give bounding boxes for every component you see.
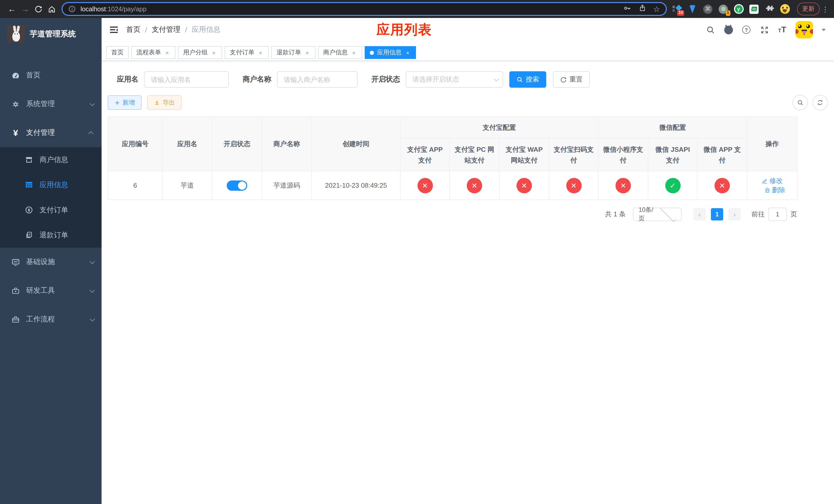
browser-menu-icon[interactable] [822, 5, 829, 13]
bookmark-star-icon[interactable]: ☆ [653, 5, 660, 13]
export-button[interactable]: 导出 [147, 95, 181, 110]
add-button[interactable]: 新增 [108, 95, 141, 110]
merchant-name-input[interactable] [277, 71, 357, 88]
col-alipay-pc: 支付宝 PC 网站支付 [449, 138, 499, 171]
delete-link[interactable]: 删除 [764, 185, 785, 194]
sidebar-item-refund-orders[interactable]: 退款订单 [0, 223, 102, 248]
help-icon[interactable] [742, 25, 751, 35]
gem-extension-icon[interactable] [687, 4, 698, 14]
tag-pay-orders[interactable]: 支付订单 [225, 46, 269, 59]
close-icon[interactable] [405, 49, 411, 55]
command-extension-icon[interactable] [703, 4, 713, 14]
status-select[interactable]: 请选择开启状态 [406, 71, 503, 88]
page-content: 应用名 商户名称 开启状态 请选择开启状态 搜索 重置 [102, 61, 834, 504]
shop-icon [25, 155, 33, 164]
tag-merchant-info[interactable]: 商户信息 [318, 46, 362, 59]
group-alipay-config: 支付宝配置 [400, 117, 598, 138]
chevron-down-icon [90, 316, 95, 321]
table-toolbar: 新增 导出 [108, 95, 828, 110]
tab-manager-extension-icon[interactable]: 10 [672, 4, 682, 14]
browser-back-icon[interactable]: ← [5, 2, 19, 16]
table-grid-icon [25, 181, 33, 189]
tag-app-info[interactable]: 应用信息 [365, 46, 416, 59]
fullscreen-icon[interactable] [760, 25, 769, 35]
close-icon[interactable] [164, 49, 170, 55]
next-page-button[interactable] [728, 208, 741, 221]
chevron-down-icon [90, 101, 95, 106]
sidebar-item-payment[interactable]: ¥ 支付管理 [0, 118, 102, 147]
password-key-icon[interactable] [623, 4, 631, 14]
share-icon[interactable] [638, 4, 646, 14]
alipay-qr-status-icon: ✕ [566, 178, 581, 193]
sidebar-item-app-info[interactable]: 应用信息 [0, 172, 102, 198]
chrome-update-button[interactable]: 更新 [797, 3, 820, 15]
refresh-button[interactable] [812, 95, 828, 110]
col-app-id: 应用编号 [108, 117, 162, 171]
tag-user-group[interactable]: 用户分组 [178, 46, 222, 59]
browser-toolbar: ← → localhost:1024/pay/app ☆ [0, 0, 834, 18]
extension-badge: 10 [677, 10, 684, 16]
cell-created: 2021-10-23 08:49:25 [312, 171, 400, 200]
edit-link[interactable]: 修改 [762, 176, 783, 185]
alipay-pc-status-icon: ✕ [467, 178, 482, 193]
tag-refund-orders[interactable]: 退款订单 [271, 46, 315, 59]
show-search-button[interactable] [792, 95, 808, 110]
breadcrumb-payment[interactable]: 支付管理 [152, 25, 180, 35]
tag-home[interactable]: 首页 [106, 46, 129, 59]
search-button[interactable]: 搜索 [509, 71, 546, 88]
session-extension-icon[interactable]: 1 [718, 4, 728, 14]
sidebar-item-infrastructure[interactable]: 基础设施 [0, 248, 102, 276]
extensions-puzzle-icon[interactable] [764, 4, 774, 14]
close-icon[interactable] [258, 49, 264, 55]
profile-emoji-icon[interactable] [780, 4, 790, 14]
apps-table: 应用编号 应用名 开启状态 商户名称 创建时间 支付宝配置 微信配置 操作 支付… [108, 116, 797, 200]
sidebar-item-pay-orders[interactable]: 支付订单 [0, 198, 102, 223]
chat-extension-icon[interactable] [749, 4, 759, 14]
wechat-app-status-icon: ✕ [715, 178, 730, 193]
search-icon[interactable] [706, 25, 715, 35]
col-ops: 操作 [747, 117, 797, 171]
table-row: 6 芋道 芋道源码 2021-10-23 08:49:25 ✕ ✕ ✕ ✕ ✕ [108, 171, 797, 200]
site-info-icon[interactable] [68, 5, 76, 13]
browser-forward-icon[interactable]: → [19, 2, 32, 16]
sidebar-collapse-icon[interactable] [109, 25, 119, 35]
alipay-wap-status-icon: ✕ [517, 178, 532, 193]
sidebar-item-home[interactable]: 首页 [0, 61, 102, 90]
extensions-row: 10 1 [672, 4, 790, 14]
address-bar[interactable]: localhost:1024/pay/app ☆ [62, 2, 667, 16]
page-size-select[interactable]: 10条/页 [633, 208, 682, 221]
sidebar-item-merchant-info[interactable]: 商户信息 [0, 147, 102, 172]
close-icon[interactable] [211, 49, 217, 55]
close-icon[interactable] [351, 49, 357, 55]
app-title: 芋道管理系统 [30, 29, 76, 39]
user-menu-caret-icon[interactable] [822, 28, 826, 31]
merchant-name-label: 商户名称 [243, 75, 271, 84]
active-dot [370, 50, 374, 54]
status-toggle[interactable] [227, 180, 247, 190]
browser-home-icon[interactable] [45, 2, 59, 16]
reset-button[interactable]: 重置 [553, 71, 590, 88]
app-navbar: 首页 支付管理 应用信息 应用列表 [102, 18, 834, 42]
url-text: localhost:1024/pay/app [81, 5, 147, 13]
tag-process-form[interactable]: 流程表单 [131, 46, 175, 59]
chevron-down-icon [90, 259, 95, 264]
breadcrumb-home[interactable]: 首页 [126, 25, 140, 35]
github-icon[interactable] [724, 25, 733, 35]
sidebar-menu: 首页 系统管理 ¥ 支付管理 [0, 61, 102, 334]
user-avatar[interactable] [795, 21, 813, 39]
sidebar-item-system[interactable]: 系统管理 [0, 90, 102, 118]
breadcrumb-current: 应用信息 [192, 25, 221, 35]
app-name-input[interactable] [144, 71, 229, 88]
prev-page-button[interactable] [694, 208, 706, 221]
font-size-icon[interactable] [777, 25, 787, 35]
close-icon[interactable] [304, 49, 310, 55]
monitor-chart-icon [11, 258, 20, 266]
sidebar-item-dev-tools[interactable]: 研发工具 [0, 276, 102, 305]
page-title: 应用列表 [376, 21, 432, 39]
goto-page-input[interactable] [768, 208, 787, 221]
page-number-button[interactable]: 1 [711, 208, 723, 221]
browser-reload-icon[interactable] [32, 2, 45, 16]
green-y-extension-icon[interactable] [733, 4, 744, 14]
sidebar-item-workflow[interactable]: 工作流程 [0, 305, 102, 334]
app-logo[interactable]: 芋道管理系统 [0, 18, 102, 50]
